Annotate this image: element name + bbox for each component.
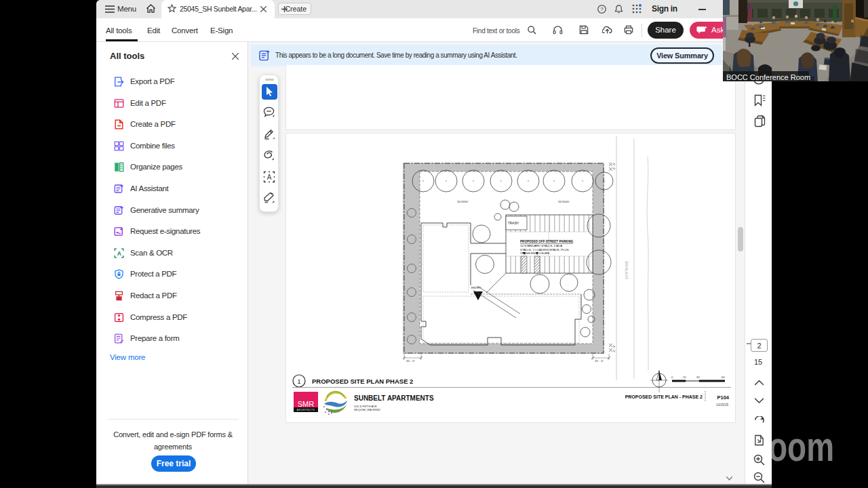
svg-text:1: 1 xyxy=(297,378,300,385)
svg-text:PROPOSED SITE PLAN - PHASE 2: PROPOSED SITE PLAN - PHASE 2 xyxy=(625,394,703,399)
svg-text:TRASH ENCLOSURE: TRASH ENCLOSURE xyxy=(520,251,549,255)
svg-text:10/15/25: 10/15/25 xyxy=(716,403,728,407)
svg-text:30': 30' xyxy=(696,375,700,379)
svg-text:0: 0 xyxy=(671,375,673,379)
svg-text:P104: P104 xyxy=(717,394,729,401)
svg-text:-0' - 6": -0' - 6" xyxy=(613,344,616,352)
svg-text:15': 15' xyxy=(683,375,686,379)
svg-text:STALLS, 1 LOADING SPACE, PLUS: STALLS, 1 LOADING SPACE, PLUS xyxy=(520,248,569,251)
svg-text:?: ? xyxy=(600,6,604,12)
svg-text:15' - 0": 15' - 0" xyxy=(595,359,604,363)
svg-text:34-9040: 34-9040 xyxy=(558,200,570,203)
svg-text:PROPOSED OFF-STREET PARKING: PROPOSED OFF-STREET PARKING xyxy=(520,240,574,243)
svg-text:SEQUIM, WA 98382: SEQUIM, WA 98382 xyxy=(354,408,381,411)
svg-text:S FIFTH AVE: S FIFTH AVE xyxy=(625,261,629,279)
svg-text:PROPOSED SITE PLAN PHASE 2: PROPOSED SITE PLAN PHASE 2 xyxy=(312,378,413,385)
svg-text:SUNBELT APARTMENTS: SUNBELT APARTMENTS xyxy=(354,394,434,402)
svg-text:-0' - 6": -0' - 6" xyxy=(613,162,616,170)
svg-text:60': 60' xyxy=(722,375,725,379)
svg-text:TRASH: TRASH xyxy=(508,222,519,225)
svg-text:20' - 0": 20' - 0" xyxy=(406,359,416,363)
svg-text:14 STANDARD STALLS, 2 ADA: 14 STANDARD STALLS, 2 ADA xyxy=(520,244,562,247)
svg-text:A: A xyxy=(117,250,121,257)
svg-text:A: A xyxy=(267,174,272,181)
svg-text:ARCHITECTS: ARCHITECTS xyxy=(297,409,315,411)
svg-text:SMR: SMR xyxy=(298,400,315,408)
svg-text:BOCC Conference Room: BOCC Conference Room xyxy=(726,73,810,81)
svg-text:34-9050: 34-9050 xyxy=(457,200,469,203)
